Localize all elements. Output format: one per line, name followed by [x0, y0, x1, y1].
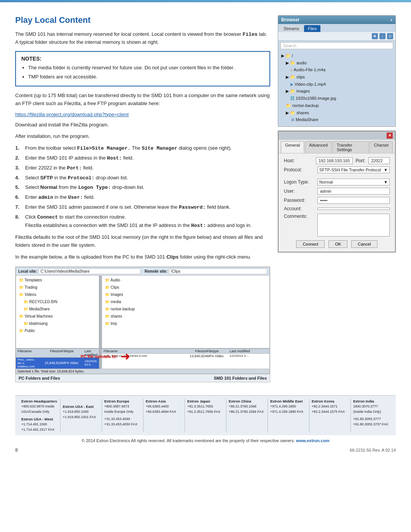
fz-tree-contents: 📁 Templates 📁 Trading 📁 Videos 📁 RECYCLE…: [16, 276, 99, 335]
folder-icon-clips: ▶: [286, 73, 289, 81]
footer-usa-east-title: Extron USA - East: [63, 404, 99, 409]
step-6: 6. Enter admin in the User: field.: [15, 193, 270, 202]
connect-button[interactable]: Connect: [296, 240, 325, 248]
remote-filesize-1: 13,840,824: [180, 354, 207, 358]
browser-btn-1[interactable]: ✚: [372, 33, 378, 39]
footer-europe-title: Extron Europe: [104, 399, 141, 404]
footer-china: Extron China +86.21.3760.1568 +86.21.376…: [226, 399, 268, 433]
cancel-button[interactable]: Cancel: [351, 240, 377, 248]
tree-templates: 📁 Templates: [18, 276, 97, 284]
footer-japan-title: Extron Japan: [187, 399, 224, 404]
remote-audio: 📁 Audio: [104, 276, 268, 284]
browser-title: Browser: [281, 17, 299, 22]
browser-tabs: Streams Files: [278, 24, 395, 32]
footer-asia-phone1: +65.6383.4400: [146, 404, 182, 409]
upload-label: PC file uploads to:: [81, 354, 118, 359]
footer-japan: Extron Japan +81.3.3511.7655 +81.3.3511.…: [185, 399, 226, 433]
logon-select[interactable]: Normal ▼: [317, 179, 390, 185]
local-site-label: Local site:: [18, 269, 37, 273]
footer-europe-phone2: Inside Europe Only: [104, 409, 141, 415]
tree-root: ▶ 📁 /: [281, 52, 392, 59]
fz-remote-tree: 📁 Audio 📁 Clips 📁 Images 📁 media 📁 nortx…: [102, 276, 269, 328]
protocol-select[interactable]: SFTP-SSH File Transfer Protocol ▼: [317, 166, 390, 173]
fz-screenshot-area: Local site: C:\Users\Videos\MediaShare R…: [16, 267, 270, 374]
left-caption: PC Folders and Files: [19, 376, 60, 380]
page-title: Play Local Content: [15, 15, 270, 25]
remote-filetype-1: MP4 Video: [207, 354, 229, 358]
host-input[interactable]: 192.168.193.165: [316, 157, 353, 164]
audio-filename: Audio-File-1.m4a: [294, 66, 326, 73]
fz-status-bar: Selected 1 file. Total size: 15,848,824 …: [16, 369, 269, 374]
footer-india-note: (Inside India Only): [353, 409, 390, 415]
footer-usa-east: Extron USA - East +1.919.850.1000 +1.919…: [61, 399, 102, 433]
account-label: Account:: [284, 206, 314, 211]
tree-mediashare: 🖥 MediaShare: [281, 116, 392, 123]
remote-shares: 📁 shares: [104, 313, 268, 320]
video-filename: Video-clip-1.mp4: [295, 81, 326, 88]
dialog-close-button[interactable]: ✕: [387, 133, 393, 139]
comments-textarea[interactable]: [317, 214, 390, 236]
footer-usa-east-phone: +1.919.850.1000: [63, 409, 99, 415]
footer-usa-east-fax: +1.919.850.1001 FAX: [63, 415, 99, 420]
step-7: 7. Enter the SMD 101 admin password if o…: [15, 203, 270, 212]
folder-icon-audio: ▶: [286, 59, 289, 67]
step-5: 5. Select Normal from the Logon Type: dr…: [15, 184, 270, 192]
step-4: 4. Select SFTP in the Protocol: drop-dow…: [15, 174, 270, 182]
footer-china-title: Extron China: [229, 399, 265, 404]
password-input[interactable]: •••••: [317, 197, 390, 204]
copyright-text: © 2014 Extron Electronics All rights res…: [82, 438, 295, 443]
footer-me-title: Extron Middle East: [270, 399, 307, 404]
comments-label: Comments:: [284, 214, 314, 219]
right-column: Browser » Streams Files ✚ ↓ ⊡ Search ▶ 📁…: [278, 15, 396, 388]
browser-header: Browser »: [278, 16, 395, 24]
fz-file-panes: Filename Filesize Filetype Last modified…: [16, 348, 269, 369]
dialog-tabs: General Advanced Transfer Settings Chars…: [279, 140, 395, 153]
user-input[interactable]: admin: [317, 188, 390, 195]
dialog-tab-general[interactable]: General: [281, 141, 304, 153]
dialog-tab-charset[interactable]: Charset: [370, 141, 393, 153]
footer-japan-phone: +81.3.3511.7655: [187, 404, 224, 409]
footer-korea-title: Extron Korea: [312, 399, 348, 404]
footer-usa-west-phone: +1.714.491.1500: [21, 422, 58, 427]
tree-root-label: 📁 /: [285, 52, 293, 59]
browser-tree: ▶ 📁 / ▶ 📁 audio ♪ Audio-File-1.m4a ▶: [278, 51, 395, 126]
footer-usa-west-fax: +1.714.491.1517 FAX: [21, 427, 58, 433]
video-file-icon: ▶: [290, 81, 293, 88]
dialog-tab-advanced[interactable]: Advanced: [305, 141, 332, 153]
remote-clips: 📁 Clips: [104, 284, 268, 291]
col-filesize: Filesize: [35, 349, 62, 357]
tree-audio-file: ♪ Audio-File-1.m4a: [281, 66, 392, 73]
remote-nortxe: 📁 nortxe-backup: [104, 305, 268, 313]
folder-icon-images: ▶: [286, 88, 289, 95]
tree-image-file: 🖼 1920x1080-Image.jpg: [281, 95, 392, 102]
doc-date: 02 14: [385, 448, 396, 452]
top-bar: [0, 0, 411, 2]
remote-images: 📁 Images: [104, 291, 268, 298]
ok-button[interactable]: OK: [328, 240, 347, 248]
footer-asia-title: Extron Asia: [146, 399, 182, 404]
filezilla-link[interactable]: https://filezilla-project.org/download.p…: [15, 112, 129, 117]
footer-korea: Extron Korea +82.2.3444.1571 +82.2.3444.…: [309, 399, 351, 433]
port-input[interactable]: 22022: [368, 157, 390, 164]
tab-streams[interactable]: Streams: [280, 25, 303, 32]
filezilla-screenshot: Local site: C:\Users\Videos\MediaShare R…: [15, 267, 270, 382]
dialog-tab-transfer[interactable]: Transfer Settings: [333, 141, 369, 153]
browser-search-box[interactable]: Search: [280, 42, 393, 49]
footer-india-title: Extron India: [353, 399, 390, 404]
footer-hq-phone: +800.633.9876 Inside USA/Canada Only: [21, 404, 58, 414]
dialog-title-bar: ✕: [279, 131, 395, 140]
download-text: Download and install the FileZilla progr…: [15, 121, 270, 129]
browser-chevron-icon: »: [390, 18, 392, 22]
footer-india-extra2: +91.80.3055.3737 FAX: [353, 422, 390, 427]
footer-hq-title: Extron Headquarters: [21, 399, 58, 404]
footer-hq: Extron Headquarters +800.633.9876 Inside…: [19, 399, 61, 433]
tab-files[interactable]: Files: [304, 25, 320, 32]
browser-btn-2[interactable]: ↓: [379, 33, 386, 39]
footer-china-fax: +86.21.3760.1566 FAX: [229, 409, 265, 415]
image-file-icon: 🖼: [290, 95, 295, 102]
account-input[interactable]: [317, 208, 390, 210]
remote-site-label: Remote site:: [145, 269, 167, 273]
fz-main-panes: 📁 Templates 📁 Trading 📁 Videos 📁 RECYCLE…: [16, 276, 269, 348]
browser-btn-3[interactable]: ⊡: [387, 33, 393, 39]
spacer-1: [284, 176, 390, 179]
